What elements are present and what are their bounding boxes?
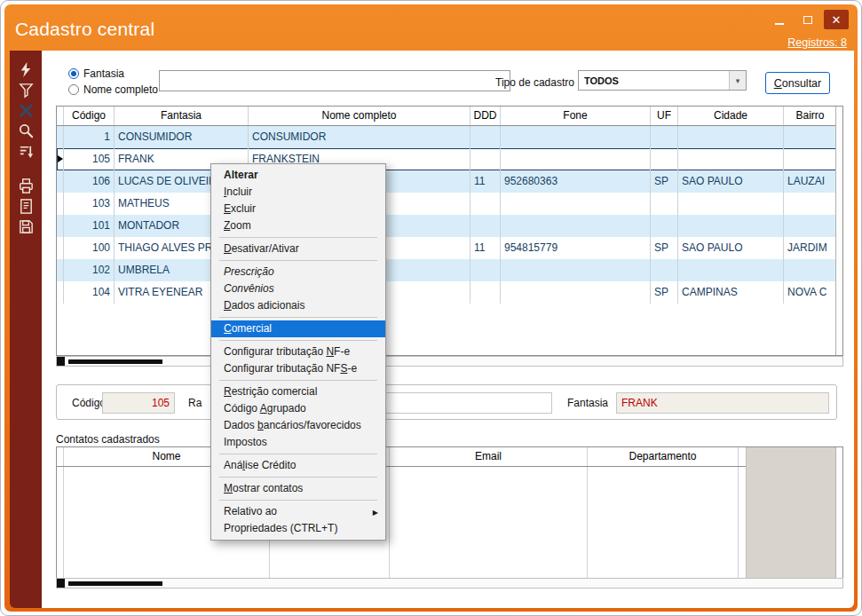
grid-row[interactable]: 104VITRA EYENEARSPCAMPINASNOVA C [57,281,842,304]
menu-item-restri-o-comercial[interactable]: Restrição comercial [211,383,385,400]
row-marker [57,237,64,259]
sort-button[interactable] [14,141,37,162]
column-header-fantasia[interactable]: Fantasia [115,107,249,125]
grid-row[interactable]: 102UMBRELA [57,259,842,281]
hscrollbar-left-button[interactable] [57,357,65,366]
dropdown-arrow-icon[interactable]: ▾ [729,71,746,90]
menu-item-an-lise-cr-dito[interactable]: Análise Crédito [211,457,385,474]
grid-row[interactable]: 103MATHEUS [57,193,842,215]
grid-cell [784,126,837,148]
menu-item-c-digo-agrupado[interactable]: Código Agrupado [211,400,385,417]
menu-item-conv-nios[interactable]: Convênios [211,280,385,297]
minimize-button[interactable] [767,10,792,29]
grid-cell: 11 [471,170,501,193]
menu-item-zoom[interactable]: Zoom [211,217,385,234]
report-icon [18,198,35,215]
registros-link[interactable]: Registros: 8 [787,36,847,49]
column-header-cidade[interactable]: Cidade [678,107,784,125]
column-header-c-digo[interactable]: Código [64,107,115,125]
menu-item-alterar[interactable]: Alterar [211,167,385,184]
menu-item-excluir[interactable]: Excluir [211,201,385,217]
grid-row[interactable]: 1CONSUMIDORCONSUMIDOR [57,126,842,148]
contacts-cell [588,511,739,533]
fantasia-radio[interactable] [68,68,79,79]
save-button[interactable] [14,217,37,237]
menu-item-configurar-tributa-o-nf-e[interactable]: Configurar tributação NF-e [211,344,385,360]
maximize-button[interactable] [795,10,820,29]
nome-completo-radio[interactable] [68,84,79,95]
main-grid-vscrollbar[interactable] [835,107,842,355]
nome-completo-radio-label: Nome completo [83,83,158,96]
left-toolbar [10,51,42,608]
menu-separator [219,454,377,454]
grid-cell [651,148,678,170]
menu-item-comercial[interactable]: Comercial [211,320,385,337]
grid-cell [501,215,651,237]
column-header-ddd[interactable]: DDD [471,107,501,125]
row-marker [57,533,64,556]
column-header-bairro[interactable]: Bairro [784,107,837,125]
contacts-grid-hscrollbar[interactable] [56,578,843,588]
contacts-empty-row [57,467,842,489]
grid-cell [784,193,837,215]
contacts-column-header-email[interactable]: Email [390,447,588,466]
menu-item-propriedades-ctrl-t[interactable]: Propriedades (CTRL+T) [211,520,385,537]
fantasia-radio-label: Fantasia [83,67,124,80]
menu-item-relativo-ao[interactable]: Relativo ao▶ [211,503,385,520]
hscrollbar-thumb[interactable] [68,359,162,364]
contacts-grid-filler [746,447,835,578]
grid-cell: SAO PAULO [678,170,784,193]
grid-cell [471,126,501,148]
menu-item-prescri-o[interactable]: Prescrição [211,264,385,280]
contacts-empty-row [57,511,842,533]
search-input[interactable] [159,70,510,91]
grid-cell: 105 [64,148,115,170]
contacts-cell [390,556,588,578]
filter-icon [18,82,35,99]
clear-filter-button[interactable] [14,100,37,121]
grid-row[interactable]: 105FRANKFRANKSTEIN [57,148,842,170]
contacts-section-label: Contatos cadastrados [56,433,160,446]
hscrollbar-thumb[interactable] [68,581,162,586]
grid-cell [501,259,651,281]
main-grid-hscrollbar[interactable] [56,356,843,367]
menu-item-configurar-tributa-o-nfs-e[interactable]: Configurar tributação NFS-e [211,360,385,377]
contacts-column-header-departamento[interactable]: Departamento [588,447,739,466]
razao-label: Ra [188,397,202,409]
grid-row[interactable]: 106LUCAS DE OLIVEIR11952680363SPSAO PAUL… [57,170,842,193]
save-icon [18,218,35,235]
row-marker [57,556,64,578]
print-button[interactable] [14,176,37,196]
contacts-grid-vscrollbar[interactable] [835,447,842,578]
grid-cell [471,193,501,215]
consultar-button[interactable]: Consultar [765,72,830,94]
grid-row[interactable]: 101MONTADOR [57,215,842,237]
menu-separator [219,477,377,478]
menu-item-desativar-ativar[interactable]: Desativar/Ativar [211,241,385,257]
menu-item-dados-banc-rios-favorecidos[interactable]: Dados bancários/favorecidos [211,417,385,434]
column-header-uf[interactable]: UF [651,107,678,125]
row-marker [57,148,64,170]
hscrollbar-left-button[interactable] [57,579,65,588]
menu-item-dados-adicionais[interactable]: Dados adicionais [211,297,385,314]
contacts-empty-row [57,533,842,556]
menu-item-mostrar-contatos[interactable]: Mostrar contatos [211,480,385,497]
row-marker [57,193,64,215]
fantasia-field[interactable] [616,392,829,414]
close-button[interactable]: ✕ [824,10,849,29]
menu-separator [219,260,377,261]
grid-cell: 103 [64,193,115,215]
zoom-button[interactable] [14,121,37,141]
column-header-fone[interactable]: Fone [501,107,651,125]
filter-button[interactable] [14,80,37,100]
grid-cell: LAUZAI [784,170,837,193]
quick-action-button[interactable] [14,59,37,80]
column-header-nome-completo[interactable]: Nome completo [249,107,471,125]
tipo-cadastro-dropdown[interactable]: TODOS ▾ [578,70,747,91]
grid-cell: NOVA C [784,281,837,304]
report-button[interactable] [14,196,37,217]
menu-item-incluir[interactable]: Incluir [211,184,385,201]
codigo-field[interactable] [102,392,175,414]
grid-row[interactable]: 100THIAGO ALVES PR11954815779SPSAO PAULO… [57,237,842,259]
menu-item-impostos[interactable]: Impostos [211,434,385,451]
